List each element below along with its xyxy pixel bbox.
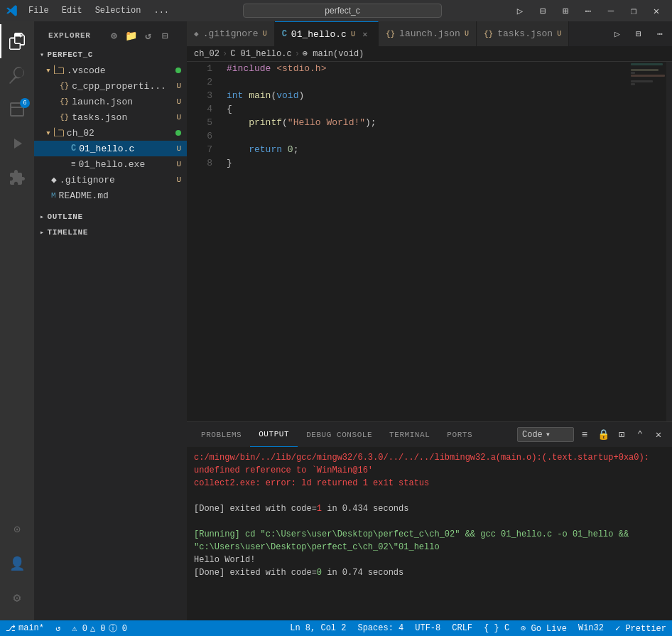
- output-dropdown[interactable]: Code ▾: [517, 427, 574, 442]
- panel-tab-ports[interactable]: PORTS: [438, 422, 481, 447]
- status-eol[interactable]: CRLF: [446, 620, 478, 636]
- run-btn[interactable]: ▷: [510, 3, 530, 18]
- maximize-btn[interactable]: ❐: [624, 3, 644, 18]
- panel-close-btn[interactable]: ✕: [651, 427, 666, 443]
- tree-item-gitignore[interactable]: ◆ .gitignore U: [34, 172, 187, 188]
- tab-close-hello[interactable]: ✕: [359, 28, 371, 40]
- timeline-section[interactable]: ▸ TIMELINE: [34, 225, 187, 240]
- outline-section[interactable]: ▸ OUTLINE: [34, 209, 187, 225]
- panel-maximize-btn[interactable]: ⌃: [632, 427, 648, 443]
- tree-item-launch[interactable]: {} launch.json U: [34, 94, 187, 109]
- code-content[interactable]: #include <stdio.h> int main(void) { prin…: [221, 62, 629, 421]
- code-editor[interactable]: 1 2 3 4 5 6 7 8 #include <stdio.h> int m…: [187, 62, 672, 421]
- tree-item-hello-exe[interactable]: ≡ 01_hello.exe U: [34, 156, 187, 172]
- vscode-dot: [175, 68, 181, 73]
- output-line-7: [Running] cd "c:\Users\user\Desktop\perf…: [194, 528, 665, 541]
- status-encoding[interactable]: UTF-8: [409, 620, 446, 636]
- tree-item-ch02[interactable]: ▾ ch_02: [34, 125, 187, 141]
- activity-bar: 6 ⊙ 👤 ⚙: [0, 21, 34, 620]
- close-btn[interactable]: ✕: [646, 3, 666, 18]
- code-line-4: {: [227, 102, 629, 116]
- status-position[interactable]: Ln 8, Col 2: [284, 620, 352, 636]
- minimize-btn[interactable]: —: [601, 3, 621, 18]
- run-file-btn[interactable]: ▷: [608, 25, 627, 43]
- output-line-10: [Done] exited with code=0 in 0.74 second…: [194, 566, 665, 579]
- panel-lock-btn[interactable]: 🔒: [595, 427, 611, 443]
- activity-settings[interactable]: ⚙: [0, 581, 34, 615]
- minimap: [629, 62, 672, 421]
- panel-content: c:/mingw/bin/../lib/gcc/mingw32/6.3.0/..…: [187, 447, 672, 620]
- line-numbers: 1 2 3 4 5 6 7 8: [187, 62, 221, 421]
- panel-tab-problems[interactable]: PROBLEMS: [193, 422, 250, 447]
- status-branch[interactable]: ⎇ main*: [0, 620, 50, 636]
- new-folder-btn[interactable]: 📁: [124, 28, 139, 43]
- breadcrumb: ch_02 › C 01_hello.c › ⊕ main(void): [187, 46, 672, 62]
- activity-extensions[interactable]: [0, 161, 34, 195]
- breadcrumb-ch02[interactable]: ch_02: [194, 49, 220, 59]
- tree-item-tasks[interactable]: {} tasks.json U: [34, 109, 187, 125]
- tree-item-vscode[interactable]: ▾ .vscode: [34, 63, 187, 78]
- title-search-area: [175, 4, 510, 18]
- status-prettier[interactable]: ✓ Prettier: [609, 620, 672, 636]
- tab-launch[interactable]: {} launch.json U: [379, 21, 477, 46]
- tree-item-readme[interactable]: M README.md: [34, 188, 187, 203]
- collapse-btn[interactable]: ⊟: [158, 28, 173, 43]
- status-sync[interactable]: ↺: [50, 620, 66, 636]
- activity-bottom: ⊙ 👤 ⚙: [0, 512, 34, 620]
- menu-file[interactable]: File: [23, 4, 55, 17]
- output-line-8: "c:\Users\user\Desktop\perfect_c\ch_02\"…: [194, 541, 665, 554]
- breadcrumb-symbol[interactable]: ⊕ main(void): [303, 48, 364, 59]
- tab-tasks[interactable]: {} tasks.json U: [477, 21, 569, 46]
- code-line-6: [227, 129, 629, 143]
- file-tree: ▾ PERFECT_C ▾ .vscode {} c_cpp_properti.…: [34, 47, 187, 620]
- panel-tab-debug[interactable]: DEBUG CONSOLE: [298, 422, 381, 447]
- tab-hello-c[interactable]: C 01_hello.c U ✕: [275, 21, 379, 46]
- layout-btn[interactable]: ⊞: [556, 3, 575, 18]
- project-root[interactable]: ▾ PERFECT_C: [34, 47, 187, 63]
- new-file-btn[interactable]: ⊕: [107, 28, 121, 43]
- menu-edit[interactable]: Edit: [56, 4, 88, 17]
- main-layout: 6 ⊙ 👤 ⚙ EXPLORER ⊕ 📁 ↺ ⊟: [0, 21, 672, 620]
- panel-tab-output[interactable]: OUTPUT: [250, 422, 298, 447]
- scrollbar-track[interactable]: [666, 62, 672, 421]
- status-spaces[interactable]: Spaces: 4: [352, 620, 409, 636]
- status-golive[interactable]: ⊙ Go Live: [515, 620, 573, 636]
- title-bar: File Edit Selection ... ▷ ⊟ ⊞ ⋯ — ❐ ✕: [0, 0, 672, 21]
- menu-selection[interactable]: Selection: [90, 4, 147, 17]
- status-errors[interactable]: ⚠ 0 △ 0 ⓘ 0: [66, 620, 133, 636]
- more-actions-btn[interactable]: ⋯: [651, 25, 669, 43]
- tree-item-cpp-props[interactable]: {} c_cpp_properti... U: [34, 78, 187, 94]
- sidebar-title-actions: ⊕ 📁 ↺ ⊟: [107, 28, 173, 43]
- activity-run[interactable]: [0, 126, 34, 161]
- activity-account[interactable]: 👤: [0, 546, 34, 581]
- split-editor-btn[interactable]: ⊟: [629, 25, 648, 43]
- code-line-3: int main(void): [227, 89, 629, 102]
- activity-explorer[interactable]: [0, 24, 34, 58]
- status-language[interactable]: { } C: [478, 620, 515, 636]
- panel-clear-btn[interactable]: ≡: [577, 427, 592, 443]
- panel-tab-terminal[interactable]: TERMINAL: [381, 422, 438, 447]
- code-line-7: return 0;: [227, 143, 629, 156]
- menu-more[interactable]: ...: [148, 4, 175, 17]
- output-line-4: [194, 490, 665, 502]
- activity-search[interactable]: [0, 58, 34, 92]
- panel-copy-btn[interactable]: ⊡: [614, 427, 629, 443]
- customize-btn[interactable]: ⋯: [578, 3, 598, 18]
- tree-item-hello-c[interactable]: C 01_hello.c U: [34, 141, 187, 156]
- title-search-input[interactable]: [243, 4, 442, 18]
- editor-area: ◆ .gitignore U C 01_hello.c U ✕ {} launc…: [187, 21, 672, 620]
- panel-tabs: PROBLEMS OUTPUT DEBUG CONSOLE TERMINAL P…: [187, 422, 672, 447]
- refresh-btn[interactable]: ↺: [141, 28, 156, 43]
- breadcrumb-file[interactable]: C 01_hello.c: [230, 49, 291, 59]
- output-line-9: Hello World!: [194, 554, 665, 566]
- activity-remote[interactable]: ⊙: [0, 512, 34, 546]
- tab-gitignore[interactable]: ◆ .gitignore U: [187, 21, 275, 46]
- status-bar: ⎇ main* ↺ ⚠ 0 △ 0 ⓘ 0 Ln 8, Col 2 Spaces…: [0, 620, 672, 636]
- panel-tab-actions: Code ▾ ≡ 🔒 ⊡ ⌃ ✕: [517, 427, 666, 443]
- sidebar: EXPLORER ⊕ 📁 ↺ ⊟ ▾ PERFECT_C ▾ .vscode: [34, 21, 187, 620]
- source-control-badge: 6: [20, 98, 30, 108]
- activity-source-control[interactable]: 6: [0, 92, 34, 126]
- code-line-8: }: [227, 156, 629, 170]
- split-btn[interactable]: ⊟: [533, 3, 553, 18]
- status-platform[interactable]: Win32: [573, 620, 609, 636]
